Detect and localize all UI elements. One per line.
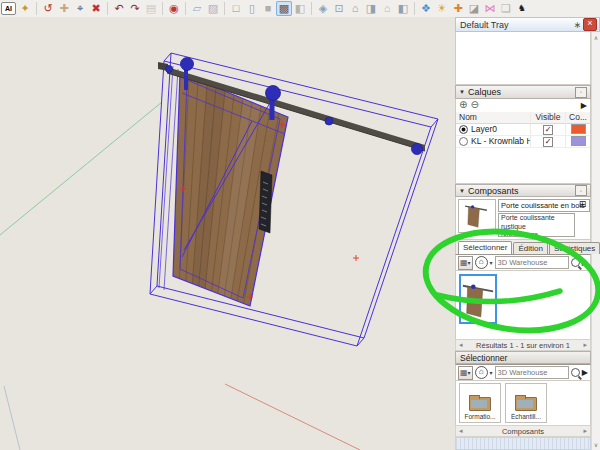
collection-folder[interactable]: Formatio... — [459, 383, 501, 423]
collapse-icon[interactable]: ▼ — [459, 89, 465, 95]
back-edges-mode-icon[interactable]: ▨ — [205, 1, 221, 16]
tray-title-bar[interactable]: Default Tray ∗ × — [455, 17, 600, 32]
grid-icon: ▦ — [460, 368, 468, 377]
zoom-extents-icon[interactable]: ✖ — [88, 1, 104, 16]
tab-selectionner[interactable]: Sélectionner — [458, 241, 512, 254]
tab-edition[interactable]: Édition — [513, 242, 547, 254]
scroll-up-icon[interactable]: ∧ — [594, 34, 598, 41]
next-view-icon[interactable]: ↷ — [127, 1, 143, 16]
view-options-button[interactable]: ▦▾ — [458, 256, 473, 270]
styles-tool-icon[interactable]: ❖ — [418, 1, 434, 16]
panel-options-button[interactable]: ▫ — [575, 87, 587, 98]
match-photo-icon[interactable]: ❏ — [498, 1, 514, 16]
wireframe-mode-icon[interactable]: □ — [228, 1, 244, 16]
layer-row[interactable]: KL - Krownlab Hardware ✓ — [456, 136, 590, 148]
previous-view-icon[interactable]: ↶ — [111, 1, 127, 16]
warehouse-search-input[interactable] — [495, 366, 569, 379]
view-top-icon[interactable]: ⊡ — [331, 1, 347, 16]
tray-resize-strip[interactable] — [455, 437, 591, 450]
pin-icon[interactable]: ∗ — [572, 20, 583, 30]
hidden-line-mode-icon[interactable]: ▯ — [244, 1, 260, 16]
flip-tool-icon[interactable]: ⋈ — [482, 1, 498, 16]
layer-name: Layer0 — [471, 124, 497, 134]
components-panel-header[interactable]: ▼ Composants ▫ — [455, 184, 591, 198]
home-button[interactable]: ⌂ — [475, 256, 488, 269]
view-options-button[interactable]: ▦▾ — [458, 366, 473, 380]
xray-mode-icon[interactable]: ▱ — [189, 1, 205, 16]
close-tray-button[interactable]: × — [583, 18, 597, 31]
remove-layer-button[interactable]: ⊖ — [470, 100, 478, 110]
collapse-icon[interactable]: ▼ — [459, 188, 465, 194]
current-layer-radio[interactable] — [459, 125, 468, 134]
scroll-down-icon[interactable]: ∨ — [594, 441, 598, 448]
folder-icon — [469, 397, 491, 411]
component-preview-thumbnail[interactable] — [458, 199, 496, 233]
tray-title-label: Default Tray — [460, 20, 509, 30]
column-visible[interactable]: Visible — [530, 112, 565, 122]
sketchup-window: AI ✦ ↺ ✚ ⌖ ✖ ↶ ↷ ▤ ◉ ▱ ▨ □ ▯ ■ ▩ ◧ ◈ ⊡ ⌂… — [0, 0, 600, 450]
secondary-controls: ▦▾ ⌂ ▾ ▶ — [455, 364, 591, 381]
current-layer-radio[interactable] — [459, 137, 468, 146]
shadows-tool-icon[interactable]: ☀ — [434, 1, 450, 16]
section-plane-icon[interactable]: ◪ — [466, 1, 482, 16]
view-iso-icon[interactable]: ◈ — [315, 1, 331, 16]
layer-details-button[interactable]: ▶ — [581, 101, 587, 110]
collection-folder[interactable]: Échantill... — [505, 383, 547, 423]
home-button[interactable]: ⌂ — [475, 366, 488, 379]
collections-list: Formatio... Échantill... — [455, 381, 591, 425]
view-left-icon[interactable]: ◧ — [395, 1, 411, 16]
default-tray: Default Tray ∗ × ▼ Calques ▫ ⊕ ⊖ — [455, 17, 600, 450]
warehouse-search-input[interactable] — [495, 256, 569, 269]
component-details-button[interactable]: ▶ — [582, 258, 588, 267]
add-location-icon[interactable]: ✚ — [450, 1, 466, 16]
position-camera-icon[interactable]: ◉ — [166, 1, 182, 16]
components-tabs: Sélectionner Édition Statistiques — [455, 240, 591, 254]
components-controls: ▦▾ ⌂ ▾ ▶ — [455, 254, 591, 271]
monochrome-mode-icon[interactable]: ◧ — [292, 1, 308, 16]
layer-color-swatch[interactable] — [571, 136, 586, 146]
toolbar-separator — [414, 2, 415, 15]
door-handle — [259, 171, 272, 233]
component-description-field[interactable]: Porte coulissante rustique type grange — [498, 213, 575, 237]
panel-options-button[interactable]: ▫ — [575, 185, 587, 196]
add-layer-button[interactable]: ⊕ — [459, 100, 467, 110]
history-dropdown-icon[interactable]: ▾ — [490, 369, 493, 376]
secondary-pane-toggle-icon[interactable]: ⊞ — [577, 199, 588, 237]
column-couleur[interactable]: Co... — [565, 112, 590, 122]
tab-statistiques[interactable]: Statistiques — [549, 242, 600, 254]
layers-panel-header[interactable]: ▼ Calques ▫ — [455, 85, 591, 99]
zoom-tool-icon[interactable]: ⌖ — [72, 1, 88, 16]
view-right-icon[interactable]: ◨ — [363, 1, 379, 16]
toolbar: AI ✦ ↺ ✚ ⌖ ✖ ↶ ↷ ▤ ◉ ▱ ▨ □ ▯ ■ ▩ ◧ ◈ ⊡ ⌂… — [0, 0, 600, 18]
3d-viewport[interactable] — [0, 17, 456, 450]
orbit-tool-icon[interactable]: ↺ — [40, 1, 56, 16]
shaded-mode-icon[interactable]: ■ — [260, 1, 276, 16]
ai-assistant-icon[interactable]: AI — [1, 2, 16, 15]
view-front-icon[interactable]: ⌂ — [347, 1, 363, 16]
shaded-with-textures-mode-icon[interactable]: ▩ — [276, 1, 292, 16]
column-nom[interactable]: Nom — [459, 112, 530, 122]
toolbar-separator — [107, 2, 108, 15]
layer-color-swatch[interactable] — [571, 124, 586, 134]
pan-tool-icon[interactable]: ✚ — [56, 1, 72, 16]
collections-navigation-label: Composants — [463, 427, 584, 436]
results-count-label: Résultats 1 - 1 sur environ 1 — [463, 341, 584, 350]
nav-next-icon[interactable]: ▸ — [583, 427, 587, 435]
component-result-selected[interactable] — [459, 274, 497, 324]
results-navigation: ◂ Résultats 1 - 1 sur environ 1 ▸ — [455, 339, 591, 351]
component-details-button[interactable]: ▶ — [582, 368, 588, 377]
component-result-image — [461, 276, 495, 322]
secondary-pane-title: Sélectionner — [460, 353, 507, 363]
search-icon[interactable] — [571, 368, 580, 377]
visible-checkbox[interactable]: ✓ — [543, 137, 553, 147]
nav-next-icon[interactable]: ▸ — [583, 341, 587, 349]
secondary-pane-header[interactable]: Sélectionner — [455, 351, 591, 364]
hands-tool-icon[interactable]: ✦ — [17, 1, 33, 16]
visible-checkbox[interactable]: ✓ — [543, 125, 553, 135]
view-back-icon[interactable]: ⌂ — [379, 1, 395, 16]
folder-label: Échantill... — [511, 413, 541, 420]
search-icon[interactable] — [571, 258, 580, 267]
empty-panel-area — [455, 32, 591, 85]
walk-tool-icon[interactable]: ♞ — [514, 1, 530, 16]
history-dropdown-icon[interactable]: ▾ — [490, 259, 493, 266]
